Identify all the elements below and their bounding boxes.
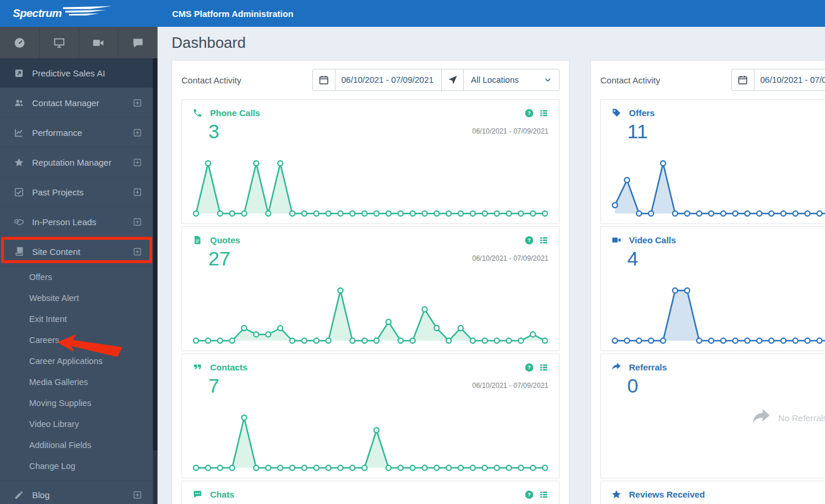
share-arrow-icon	[611, 362, 621, 372]
expand-plus-icon[interactable]	[132, 158, 142, 167]
star-icon	[611, 489, 621, 499]
reviews-received-card: Reviews Received	[600, 481, 825, 504]
phone-calls-sparkline	[193, 159, 548, 217]
handshake-icon	[14, 217, 24, 227]
sidebar-item-label: Contact Manager	[32, 98, 132, 108]
sidebar-subitem-exit-intent[interactable]: Exit Intent	[0, 309, 153, 330]
card-label: Quotes	[210, 235, 525, 245]
quote-marks-icon	[193, 362, 202, 372]
cards-column: Phone Calls 3 06/10/2021 - 07/09/2021	[172, 99, 569, 504]
card-value: 27	[208, 247, 230, 270]
sidebar-item-reputation-manager[interactable]: Reputation Manager	[0, 148, 153, 177]
sidebar-item-site-content[interactable]: Site Content	[0, 237, 153, 267]
sidebar-item-predictive-sales-ai[interactable]: Predictive Sales AI	[0, 58, 153, 88]
sidebar-scrollbar-thumb[interactable]	[153, 58, 158, 450]
help-icon[interactable]	[525, 108, 534, 118]
sidebar-subitem-offers[interactable]: Offers	[0, 267, 153, 288]
card-label: Reviews Received	[629, 489, 825, 499]
share-arrow-icon	[751, 408, 771, 428]
card-value: 0	[627, 374, 638, 397]
expand-plus-icon[interactable]	[132, 128, 142, 138]
sidebar-subitem-additional-fields[interactable]: Additional Fields	[0, 435, 153, 456]
video-tab[interactable]	[79, 27, 119, 58]
site-content-submenu: Offers Website Alert Exit Intent Careers…	[0, 267, 153, 477]
location-select-value: All Locations	[471, 75, 544, 85]
contacts-card: Contacts 7 06/10/2021 - 07/09/2021	[181, 354, 560, 478]
sidebar-item-label: Performance	[32, 128, 132, 138]
contact-activity-panel-right: Contact Activity All Locations Of	[590, 60, 825, 504]
spectrum-logo[interactable]: Spectrum	[0, 0, 158, 27]
sidebar-subitem-website-alert[interactable]: Website Alert	[0, 288, 153, 309]
expand-plus-icon[interactable]	[132, 98, 142, 108]
dashboard-tab[interactable]	[0, 27, 40, 58]
location-button[interactable]	[441, 69, 463, 90]
chat-bubble-icon	[132, 37, 144, 49]
referrals-card: Referrals 0 No Referrals	[600, 354, 825, 478]
panel-title: Contact Activity	[181, 75, 312, 85]
sidebar-icon-tabs	[0, 27, 158, 58]
cards-column: Offers 11 Video Calls	[591, 99, 825, 504]
list-view-icon[interactable]	[539, 363, 548, 372]
card-value: 7	[208, 374, 219, 397]
date-range-input[interactable]	[335, 69, 441, 90]
card-value: 4	[627, 247, 638, 270]
card-value: 3	[208, 120, 219, 143]
tag-icon	[611, 108, 621, 118]
help-icon[interactable]	[525, 490, 534, 499]
date-range-input[interactable]	[754, 69, 825, 90]
offers-sparkline	[611, 159, 825, 217]
page-title: Dashboard	[172, 34, 246, 52]
location-arrow-icon	[448, 75, 458, 85]
panel-header: Contact Activity All Locations	[172, 61, 569, 99]
sidebar-item-label: In-Person Leads	[32, 217, 132, 227]
expand-plus-icon[interactable]	[132, 217, 142, 227]
video-calls-card: Video Calls 4	[600, 226, 825, 351]
sidebar-subitem-careers[interactable]: Careers	[0, 330, 153, 351]
sidebar-menu: Predictive Sales AI Contact Manager Perf…	[0, 58, 153, 504]
calendar-button[interactable]	[732, 69, 754, 90]
sidebar-item-in-person-leads[interactable]: In-Person Leads	[0, 207, 153, 237]
list-view-icon[interactable]	[539, 108, 548, 118]
card-date-range: 06/10/2021 - 07/09/2021	[472, 382, 548, 390]
monitor-icon	[53, 37, 65, 49]
spectrum-logo-swoosh-icon	[63, 6, 113, 18]
app-window: Spectrum Predictive Sales AI Contact Man…	[0, 0, 825, 504]
expand-plus-icon[interactable]	[132, 490, 142, 500]
card-value: 11	[627, 120, 648, 143]
panel-controls: All Locations	[731, 69, 825, 91]
card-date-range: 06/10/2021 - 07/09/2021	[472, 127, 548, 135]
panel-controls: All Locations	[312, 69, 560, 91]
sidebar-item-past-projects[interactable]: Past Projects	[0, 177, 153, 207]
sidebar-item-contact-manager[interactable]: Contact Manager	[0, 88, 153, 118]
book-icon	[14, 247, 24, 257]
sidebar-subitem-career-applications[interactable]: Career Applications	[0, 351, 153, 372]
expand-plus-icon[interactable]	[132, 187, 142, 197]
card-label: Offers	[629, 108, 825, 118]
sidebar-subitem-change-log[interactable]: Change Log	[0, 456, 153, 477]
video-camera-icon	[611, 235, 621, 245]
expand-plus-icon[interactable]	[132, 247, 142, 257]
location-select[interactable]: All Locations	[463, 69, 559, 90]
chat-tab[interactable]	[118, 27, 158, 58]
sidebar-subitem-video-library[interactable]: Video Library	[0, 414, 153, 435]
list-view-icon[interactable]	[539, 490, 548, 499]
line-chart-icon	[14, 128, 24, 138]
panel-header: Contact Activity All Locations	[591, 61, 825, 99]
desktop-tab[interactable]	[40, 27, 79, 58]
sidebar: Spectrum Predictive Sales AI Contact Man…	[0, 0, 158, 504]
calendar-button[interactable]	[313, 69, 335, 90]
list-view-icon[interactable]	[539, 236, 548, 245]
quotes-card: Quotes 27 06/10/2021 - 07/09/2021	[181, 226, 560, 351]
card-label: Contacts	[210, 362, 525, 372]
sidebar-item-blog[interactable]: Blog	[0, 480, 153, 504]
calendar-icon	[319, 75, 329, 85]
sidebar-subitem-moving-supplies[interactable]: Moving Supplies	[0, 393, 153, 414]
sidebar-subitem-media-galleries[interactable]: Media Galleries	[0, 372, 153, 393]
help-icon[interactable]	[525, 363, 534, 372]
video-camera-icon	[92, 37, 104, 49]
chats-card: Chats	[181, 481, 560, 504]
pencil-icon	[14, 490, 24, 500]
panel-title: Contact Activity	[600, 75, 731, 85]
sidebar-item-performance[interactable]: Performance	[0, 118, 153, 148]
help-icon[interactable]	[525, 236, 534, 245]
